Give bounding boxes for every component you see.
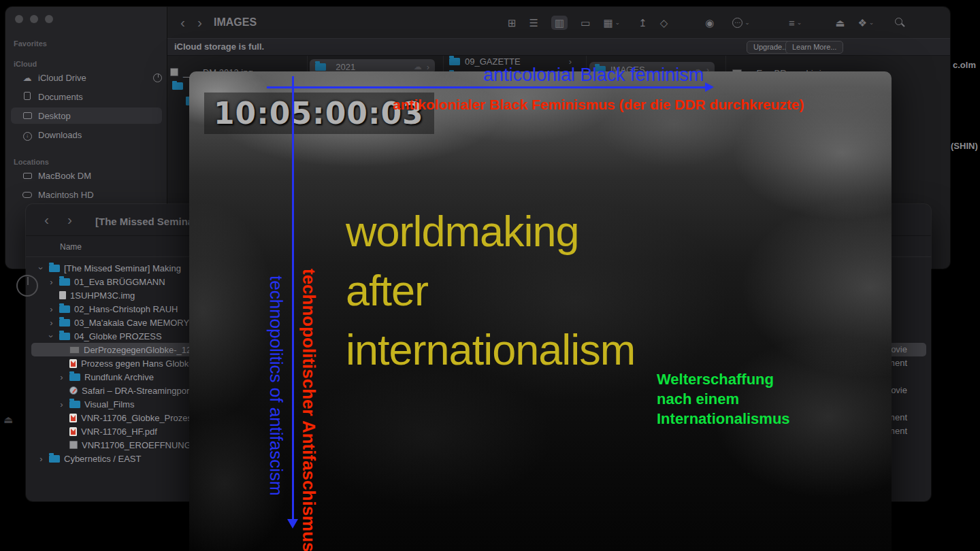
chevron-icon[interactable]: › [36,265,46,272]
down-arrowhead-icon [287,519,298,529]
pdf-file-icon [69,359,77,368]
sidebar-item-documents[interactable]: Documents [11,88,162,105]
green-line: nach einem [657,389,790,409]
icon-view-icon[interactable]: ⊞ [508,18,517,28]
folder-icon [59,278,70,286]
vertical-label-english: technopolitics of antifascism [265,276,287,496]
green-translation-label: Welterschaffung nach einem International… [657,369,790,429]
video-still-overlay[interactable]: 10:05:00:03 anticolonial Black feminism … [189,71,892,551]
learn-more-button[interactable]: Learn More... [785,41,843,54]
image-thumbnail-icon [170,68,178,76]
window-title: IMAGES [214,16,257,29]
folder-icon [59,305,70,313]
sidebar-item-macintosh-hd[interactable]: Macintosh HD [11,186,162,203]
sync-progress-icon [153,73,162,82]
green-line: Internationalismus [657,409,790,429]
locations-section-label: Locations [14,158,49,166]
forward-button[interactable]: › [61,212,78,228]
sidebar-item-icloud-drive[interactable]: ☁ iCloud Drive [11,69,162,86]
axis-label-english: anticolonial Black feminism [483,65,704,86]
chevron-icon[interactable]: › [58,399,65,410]
banner-message: iCloud storage is full. [174,41,264,52]
sort-icon[interactable]: ≡⌄ [789,18,802,28]
disk-image-file-icon [59,291,66,299]
axis-label-german: antikolonialer Black Feminismus (der die… [393,97,804,113]
group-by-icon[interactable]: ▦⌄ [603,18,620,28]
sidebar-item-downloads[interactable]: ↓ Downloads [11,127,162,143]
tag-icon[interactable]: ◇ [660,18,668,28]
clipped-filename-fragment: (SHIN) [951,141,978,151]
laptop-icon [22,171,33,181]
search-icon[interactable] [895,18,904,27]
progress-clock-icon [16,275,38,297]
image-file-icon [69,441,78,449]
column-view-icon[interactable]: ▥ [551,16,568,30]
safari-icon [69,386,78,395]
vertical-label-german: technopolitischer Antifaschismus [298,269,319,551]
desktop-icon [22,111,33,121]
folder-icon [69,401,80,408]
sidebar-item-desktop[interactable]: Desktop [11,107,162,124]
minimize-button[interactable] [30,15,38,23]
headline: worldmaking after internationalism [346,202,635,380]
back-button[interactable]: ‹ [38,212,55,228]
headline-line: after [346,261,635,320]
icloud-section-label: iCloud [14,60,37,68]
downloads-icon: ↓ [22,129,33,141]
folder-icon [315,63,326,71]
chevron-icon[interactable]: › [48,318,55,328]
chevron-icon[interactable]: › [37,454,45,464]
eject-icon[interactable]: ⏏ [835,18,845,28]
list-view-icon[interactable]: ☰ [529,18,538,28]
close-button[interactable] [15,15,23,23]
horizontal-axis-line [267,86,708,88]
timecode: 10:05:00:03 [204,96,424,131]
chevron-icon[interactable]: › [48,277,55,287]
zoom-button[interactable] [45,15,53,23]
folder-icon[interactable] [172,82,183,90]
folder-icon [49,265,60,272]
forward-button[interactable]: › [191,14,208,31]
headline-line: internationalism [346,320,635,380]
icloud-storage-banner: iCloud storage is full. Upgrade... Learn… [167,38,950,56]
pdf-file-icon [69,414,77,422]
green-line: Welterschaffung [657,369,790,389]
chevron-icon[interactable]: › [58,372,65,382]
clipped-filename-fragment: c.olm [953,60,976,70]
more-actions-icon[interactable]: ⋯⌄ [732,18,750,28]
name-column-header[interactable]: Name [60,242,82,252]
folder-icon [449,58,460,65]
cloud-icon: ☁ [22,73,33,83]
sidebar-item-macbook[interactable]: MacBook DM [11,167,162,184]
cloud-status-icon: ☁ [414,62,422,71]
folder-icon [69,373,80,381]
vertical-axis-line [292,76,294,522]
dropbox-icon[interactable]: ❖⌄ [858,18,874,28]
back-button[interactable]: ‹ [174,14,191,31]
document-icon [22,92,33,102]
movie-thumbnail-icon [69,346,80,354]
chevron-icon[interactable]: › [48,304,55,314]
eject-icon: ⏏ [3,414,13,426]
headline-line: worldmaking [346,202,635,261]
chevron-right-icon: › [427,62,429,72]
hard-drive-icon [22,190,33,200]
favorites-section-label: Favorites [14,39,47,48]
folder-icon [49,455,60,463]
quick-look-icon[interactable]: ◉ [705,18,714,28]
folder-icon [59,333,70,340]
toolbar: ‹ › IMAGES ⊞ ☰ ▥ ▭ ▦⌄ ↥ ◇ ◉ ⋯⌄ ≡⌄ ⏏ ❖⌄ [167,7,950,38]
share-icon[interactable]: ↥ [638,18,647,28]
folder-icon [59,319,70,327]
right-arrowhead-icon [705,82,714,92]
gallery-view-icon[interactable]: ▭ [581,18,590,28]
pdf-file-icon [69,427,77,436]
chevron-icon[interactable]: › [46,333,56,340]
